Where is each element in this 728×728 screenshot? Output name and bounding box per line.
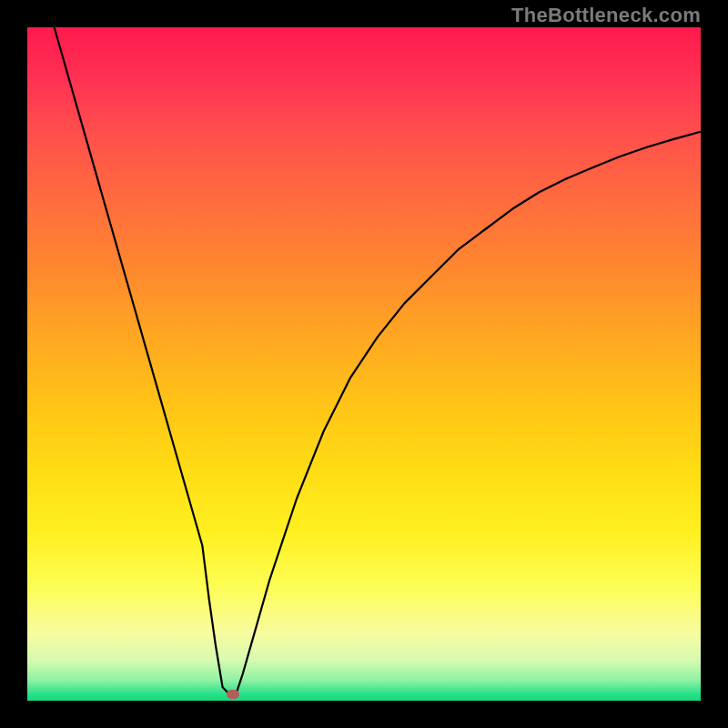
watermark-text: TheBottleneck.com (511, 4, 701, 27)
bottleneck-curve (27, 27, 701, 701)
optimal-point-marker (227, 690, 239, 699)
plot-area (27, 27, 701, 701)
chart-frame: TheBottleneck.com (0, 0, 728, 728)
